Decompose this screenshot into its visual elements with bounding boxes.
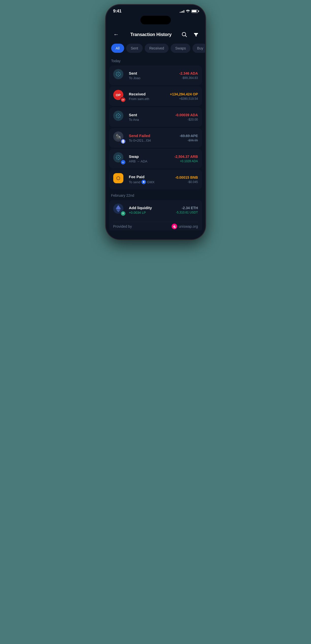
tab-buy[interactable]: Buy: [192, 44, 205, 53]
svg-point-15: [117, 114, 117, 115]
tx-amounts: -0.00015 BNB -$0.045: [175, 175, 198, 184]
table-row[interactable]: A Swap ARB → ADA -2,504.37 ARB +0.1028 A…: [109, 149, 202, 169]
svg-point-2: [118, 72, 119, 73]
header: ← Transaction History: [106, 26, 205, 44]
svg-point-8: [117, 75, 117, 76]
svg-marker-31: [116, 205, 121, 210]
tx-title: Swap: [129, 154, 171, 159]
tx-amount-secondary: -$0.045: [175, 180, 198, 184]
tab-swaps[interactable]: Swaps: [171, 44, 190, 53]
phone-frame: 9:41 ← Transact: [106, 5, 205, 239]
provided-by-row: Provided by 🦄 uniswap.org: [113, 224, 198, 229]
tx-title: Sent: [129, 71, 176, 75]
status-time: 9:41: [113, 9, 122, 14]
provided-by-section: Provided by 🦄 uniswap.org: [113, 222, 198, 230]
tx-amount-secondary: -$96.55: [180, 139, 198, 142]
tx-amount-secondary: -5,310.61 USDT: [176, 211, 198, 214]
tx-subtitle: From sam.eth: [129, 97, 167, 101]
svg-point-28: [117, 158, 117, 159]
svg-point-11: [118, 113, 119, 114]
tx-amount-primary: -69.69 APE: [180, 134, 198, 138]
provided-by-label: Provided by: [113, 224, 132, 228]
table-row[interactable]: ⬡ Fee Paid To send GMX: [109, 170, 202, 189]
search-icon[interactable]: [181, 31, 188, 38]
tx-subtitle: To 0×2f21...f34: [129, 139, 177, 142]
tx-icon-ape: 🦍: [113, 131, 126, 144]
tx-amounts: -2.34 ETH -5,310.61 USDT: [176, 206, 198, 214]
tx-amount-primary: -2.34 ETH: [176, 206, 198, 210]
wifi-icon: [186, 9, 190, 13]
tx-amounts: -2.346 ADA -$99,364.83: [179, 71, 198, 80]
signal-icon: [180, 10, 184, 13]
status-bar: 9:41: [106, 5, 205, 16]
tx-details: Add liquidity +0.0034 LP: [129, 206, 173, 214]
svg-point-25: [120, 157, 121, 158]
tx-details: Fee Paid To send GMX: [129, 175, 172, 184]
table-row[interactable]: Sent To Joao -2.346 ADA -$99,364.83: [109, 65, 202, 85]
tx-amounts: -69.69 APE -$96.55: [180, 134, 198, 142]
uniswap-logo: 🦄: [172, 224, 177, 229]
svg-point-16: [119, 114, 120, 115]
tx-subtitle: ARB → ADA: [129, 159, 171, 163]
tab-sent[interactable]: Sent: [126, 44, 143, 53]
bottom-safe-area: [106, 230, 205, 239]
svg-point-12: [118, 118, 119, 118]
tx-details: Sent To Joao: [129, 71, 176, 80]
svg-point-17: [117, 117, 117, 118]
tx-title: Add liquidity: [129, 206, 173, 210]
tx-icon-swap: A: [113, 152, 126, 165]
tx-title: Fee Paid: [129, 175, 172, 179]
svg-point-29: [119, 158, 120, 159]
tx-subtitle: To Joao: [129, 76, 176, 80]
provider-name: uniswap.org: [179, 224, 198, 228]
tx-amount-secondary: -$20.00: [175, 118, 198, 121]
tx-details: Sent To Ana: [129, 113, 172, 122]
status-icons: [180, 9, 198, 13]
svg-point-4: [116, 74, 117, 75]
filter-icon[interactable]: [192, 31, 200, 38]
tx-icon-op: OP OP: [113, 90, 126, 103]
table-row[interactable]: 🦍 Send Failed To 0×2f21...f34 -69.69 APE: [109, 128, 202, 148]
dynamic-island: [140, 16, 171, 24]
battery-icon: [191, 10, 198, 13]
svg-point-18: [119, 117, 120, 118]
table-row[interactable]: Sent To Ana -0.00039 ADA -$20.00: [109, 107, 202, 127]
tx-subtitle: To Ana: [129, 118, 172, 122]
svg-marker-20: [122, 139, 124, 142]
svg-point-7: [119, 72, 120, 73]
svg-point-10: [118, 74, 119, 75]
tx-amount-primary: -2.346 ADA: [179, 71, 198, 75]
section-label-today: Today: [106, 58, 205, 65]
tx-amount-primary: +134,294.424 OP: [170, 92, 198, 96]
tx-amount-primary: -0.00015 BNB: [175, 175, 198, 179]
tx-amount-primary: -0.00039 ADA: [175, 113, 198, 117]
page-title: Transaction History: [130, 32, 171, 37]
tx-amount-secondary: -$99,364.83: [179, 76, 198, 80]
table-row[interactable]: OP OP Received From sam.eth +134,294.424…: [109, 86, 202, 106]
svg-point-27: [119, 156, 120, 156]
tx-title: Received: [129, 92, 167, 96]
svg-point-26: [117, 156, 117, 156]
tab-all[interactable]: All: [111, 44, 124, 53]
header-actions: [181, 31, 200, 38]
tx-details: Send Failed To 0×2f21...f34: [129, 134, 177, 142]
tab-received[interactable]: Received: [145, 44, 169, 53]
svg-point-14: [120, 115, 121, 116]
feb22-transactions: ₮ Add liquidity +0.0034 LP -2.34 ETH -5,…: [106, 200, 205, 230]
tx-subtitle: +0.0034 LP: [129, 211, 173, 214]
svg-point-24: [116, 157, 117, 158]
svg-point-30: [118, 157, 119, 158]
tx-icon-liquidity: ₮: [113, 204, 126, 216]
back-button[interactable]: ←: [111, 29, 121, 40]
provided-by-value: 🦄 uniswap.org: [172, 224, 198, 229]
tx-amounts: +134,294.424 OP +$390,519.54: [170, 92, 198, 101]
transaction-list: Today: [106, 58, 205, 230]
svg-point-3: [118, 76, 119, 77]
svg-point-19: [118, 115, 119, 116]
table-row[interactable]: ₮ Add liquidity +0.0034 LP -2.34 ETH -5,…: [109, 200, 202, 230]
tx-amount-secondary: +$390,519.54: [170, 97, 198, 101]
tx-details: Swap ARB → ADA: [129, 154, 171, 163]
svg-point-13: [116, 115, 117, 116]
tx-amount-primary: -2,504.37 ARB: [174, 155, 198, 159]
tx-subtitle: To send GMX: [129, 180, 172, 184]
